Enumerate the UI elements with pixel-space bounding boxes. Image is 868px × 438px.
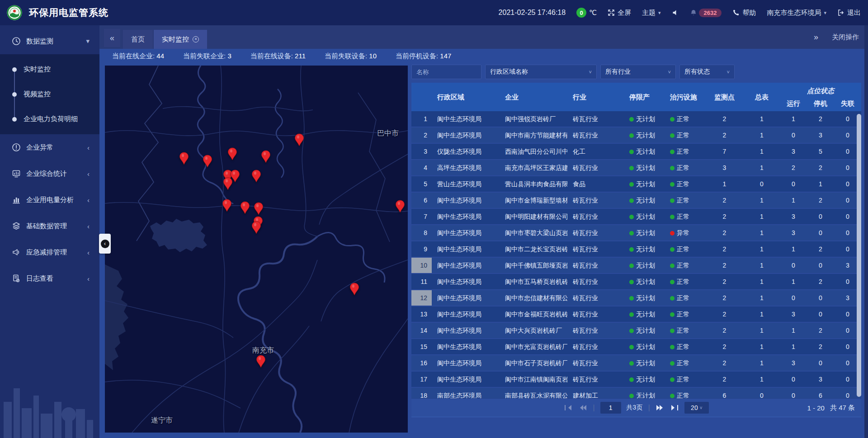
sidebar-group-企业用电量分析[interactable]: 企业用电量分析‹: [0, 187, 99, 213]
theme-dropdown[interactable]: 主题 ▾: [642, 9, 661, 17]
name-filter-input[interactable]: [411, 65, 481, 79]
bullet-dot-icon: [12, 92, 17, 97]
cell-industry: 砖瓦行业: [567, 111, 624, 127]
prev-page-button[interactable]: [578, 404, 587, 411]
tabs-scroll-right-button[interactable]: »: [814, 33, 818, 42]
table-row[interactable]: 12阆中生态环境局阆中市忠信建材有限公砖瓦行业无计划正常21003: [411, 290, 861, 306]
sidebar-group-企业异常[interactable]: 企业异常‹: [0, 134, 99, 160]
chevron-down-icon: ˅: [668, 69, 671, 75]
collapse-left-icon: ‹: [101, 240, 109, 248]
cell-company: 阆中市五马桥页岩机砖: [500, 274, 567, 289]
cell-limit: 无计划: [624, 127, 665, 143]
sidebar-item-实时监控[interactable]: 实时监控: [0, 57, 99, 82]
cell-company: 西南油气田分公司川中: [500, 144, 567, 159]
table-row[interactable]: 2阆中生态环境局阆中市南方节能建材有砖瓦行业无计划正常21030: [411, 127, 861, 143]
row-index-cell: 6: [411, 193, 432, 208]
table-row[interactable]: 7阆中生态环境局阆中明阳建材有限公司砖瓦行业无计划正常21300: [411, 209, 861, 224]
sidebar-item-视频监控[interactable]: 视频监控: [0, 82, 99, 107]
status-text: 正常: [677, 245, 689, 253]
cell-company: 阆中市忠信建材有限公: [500, 290, 567, 306]
map-marker-icon[interactable]: [395, 200, 405, 213]
chevron-left-icon: ‹: [87, 144, 90, 151]
table-row[interactable]: 15阆中生态环境局阆中市光富页岩机砖厂砖瓦行业无计划正常21120: [411, 339, 861, 354]
map-marker-icon[interactable]: [222, 199, 232, 212]
map-marker-icon[interactable]: [261, 150, 271, 164]
logout-button[interactable]: 退出: [837, 9, 861, 17]
pager-divider: |: [648, 403, 650, 412]
status-dot-green-icon: [629, 231, 634, 235]
map-marker-icon[interactable]: [349, 283, 359, 296]
map-marker-icon[interactable]: [227, 147, 237, 161]
table-row[interactable]: 9阆中生态环境局阆中市二龙长宝页岩砖砖瓦行业无计划正常21120: [411, 241, 861, 257]
cell-limit: 无计划: [624, 290, 665, 306]
table-row[interactable]: 6阆中生态环境局阆中市金博瑞新型墙材砖瓦行业无计划正常21120: [411, 193, 861, 208]
next-page-button[interactable]: [656, 404, 665, 411]
cell-meter: 1: [744, 355, 780, 371]
sidebar-collapse-handle[interactable]: ‹: [99, 234, 111, 254]
map-marker-icon[interactable]: [179, 152, 189, 165]
cell-run: 1: [780, 323, 807, 338]
table-row[interactable]: 11阆中生态环境局阆中市五马桥页岩机砖砖瓦行业无计划正常21120: [411, 274, 861, 289]
status-text: 正常: [677, 115, 689, 122]
table-row[interactable]: 18南部生态环境局南部县砖瓦水泥有限公建材加工无计划正常60060: [411, 388, 861, 398]
close-operations-button[interactable]: 关闭操作: [832, 33, 859, 42]
table-row[interactable]: 14阆中生态环境局阆中大兴页岩机砖厂砖瓦行业无计划正常21120: [411, 323, 861, 338]
status-select[interactable]: 所有状态 ˅: [679, 65, 735, 79]
map-marker-icon[interactable]: [294, 133, 304, 147]
map-marker-icon[interactable]: [203, 155, 212, 168]
sidebar-submenu: 实时监控视频监控企业电力负荷明细: [0, 54, 99, 134]
cell-limit: 无计划: [624, 323, 665, 338]
status-dot-green-icon: [670, 280, 675, 284]
table-row[interactable]: 5营山生态环境局营山县润丰肉食品有限食品无计划正常10010: [411, 176, 861, 192]
fullscreen-button[interactable]: 全屏: [608, 9, 631, 17]
sidebar-item-企业电力负荷明细[interactable]: 企业电力负荷明细: [0, 107, 99, 132]
tab-close-icon[interactable]: ✕: [193, 36, 199, 42]
tab-首页[interactable]: 首页: [123, 30, 153, 49]
status-dot-green-icon: [629, 280, 634, 284]
speaker-button[interactable]: [672, 9, 679, 16]
sidebar-group-基础数据管理[interactable]: 基础数据管理‹: [0, 213, 99, 239]
help-button[interactable]: 帮助: [732, 9, 756, 17]
map-marker-icon[interactable]: [223, 177, 233, 191]
tab-实时监控[interactable]: 实时监控✕: [154, 30, 207, 49]
table-scrollbar[interactable]: [857, 114, 861, 397]
map-marker-icon[interactable]: [256, 355, 266, 368]
cell-region: 阆中生态环境局: [432, 127, 500, 143]
table-row[interactable]: 8阆中生态环境局阆中市枣碧大梁山页岩砖瓦行业无计划异常21300: [411, 225, 861, 240]
chevron-left-icon: ‹: [87, 170, 90, 178]
stat-label: 当前失联设备: [325, 52, 365, 60]
page-scrollbar-track[interactable]: [864, 25, 868, 438]
notification-button[interactable]: 2632: [690, 9, 722, 17]
cell-run: 1: [780, 241, 807, 257]
table-row[interactable]: 13阆中生态环境局阆中市金福旺页岩机砖砖瓦行业无计划正常21300: [411, 306, 861, 322]
last-page-button[interactable]: [670, 404, 679, 411]
page-size-select[interactable]: 20 ˅: [684, 402, 709, 414]
region-select[interactable]: 行政区域名称 ˅: [485, 65, 597, 79]
map-marker-icon[interactable]: [251, 221, 261, 235]
sidebar-group-应急减排管理[interactable]: 应急减排管理‹: [0, 239, 99, 265]
stat-label: 当前在线设备: [250, 52, 291, 60]
page-number-input[interactable]: [600, 402, 621, 414]
industry-select[interactable]: 所有行业 ˅: [600, 65, 676, 79]
table-row[interactable]: 3仪陇生态环境局西南油气田分公司川中化工无计划正常71350: [411, 144, 861, 159]
status-dot-green-icon: [629, 133, 634, 138]
sidebar-group-企业综合统计[interactable]: 企业综合统计‹: [0, 160, 99, 187]
table-row[interactable]: 16阆中生态环境局阆中市石子页岩机砖厂砖瓦行业无计划正常21300: [411, 355, 861, 371]
user-menu[interactable]: 南充市生态环境局 ▾: [767, 9, 826, 17]
sidebar-group-数据监测[interactable]: 数据监测▾: [0, 28, 99, 54]
status-dot-green-icon: [670, 247, 675, 252]
table-row[interactable]: 4高坪生态环境局南充市高坪区王家店建砖瓦行业无计划正常31220: [411, 160, 861, 175]
row-index-cell: 17: [411, 372, 432, 387]
tabs-scroll-left-button[interactable]: «: [104, 29, 120, 47]
sidebar-group-日志查看[interactable]: 日志查看‹: [0, 265, 99, 292]
table-row[interactable]: 1阆中生态环境局阆中强锐页岩砖厂砖瓦行业无计划正常21120: [411, 111, 861, 127]
cell-company: 阆中市枣碧大梁山页岩: [500, 225, 567, 240]
first-page-button[interactable]: [564, 404, 573, 411]
map-marker-icon[interactable]: [254, 202, 264, 216]
cell-region: 阆中生态环境局: [432, 193, 500, 208]
map-marker-icon[interactable]: [240, 201, 250, 215]
table-row[interactable]: 17阆中生态环境局阆中市江南镇阆南页岩砖瓦行业无计划正常21030: [411, 372, 861, 387]
map-marker-icon[interactable]: [251, 170, 261, 183]
map[interactable]: 巴中市南充市遂宁市: [105, 66, 408, 433]
table-row[interactable]: 10阆中生态环境局阆中千佛镇五郎垭页岩砖瓦行业无计划正常21003: [411, 258, 861, 273]
